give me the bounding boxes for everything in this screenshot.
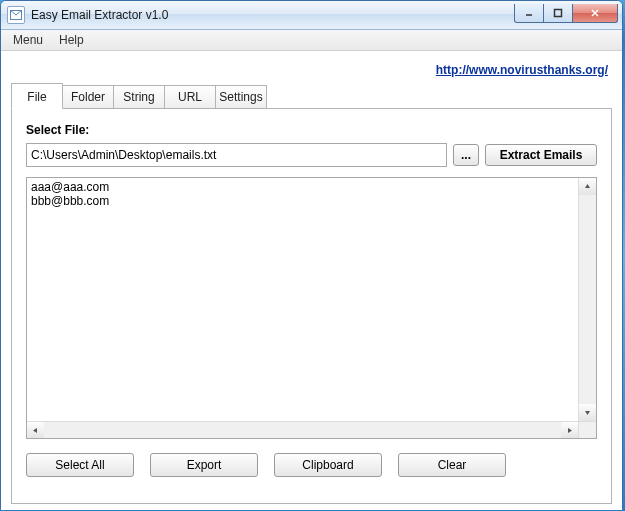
maximize-button[interactable]	[544, 4, 573, 23]
svg-rect-2	[555, 9, 562, 16]
tab-string[interactable]: String	[113, 85, 165, 108]
window-title: Easy Email Extractor v1.0	[31, 8, 168, 22]
menubar: Menu Help	[1, 30, 622, 51]
browse-button[interactable]: ...	[453, 144, 479, 166]
vscroll-track[interactable]	[579, 195, 596, 404]
scroll-up-icon[interactable]	[579, 178, 596, 195]
tab-settings[interactable]: Settings	[215, 85, 267, 108]
clear-button[interactable]: Clear	[398, 453, 506, 477]
scroll-right-icon[interactable]	[561, 422, 578, 439]
titlebar: Easy Email Extractor v1.0	[1, 1, 622, 30]
extract-emails-button[interactable]: Extract Emails	[485, 144, 597, 166]
client-area: http://www.novirusthanks.org/ File Folde…	[1, 51, 622, 510]
export-button[interactable]: Export	[150, 453, 258, 477]
hscroll-track[interactable]	[44, 422, 561, 438]
scroll-left-icon[interactable]	[27, 422, 44, 439]
file-row: ... Extract Emails	[26, 143, 597, 167]
tab-folder[interactable]: Folder	[62, 85, 114, 108]
clipboard-button[interactable]: Clipboard	[274, 453, 382, 477]
close-button[interactable]	[573, 4, 618, 23]
scroll-down-icon[interactable]	[579, 404, 596, 421]
tab-url[interactable]: URL	[164, 85, 216, 108]
scroll-corner	[578, 421, 596, 439]
tab-file[interactable]: File	[11, 83, 63, 109]
vertical-scrollbar[interactable]	[578, 178, 596, 421]
menu-menu[interactable]: Menu	[5, 31, 51, 49]
app-icon	[7, 6, 25, 24]
select-all-button[interactable]: Select All	[26, 453, 134, 477]
minimize-button[interactable]	[514, 4, 544, 23]
vendor-link-row: http://www.novirusthanks.org/	[11, 59, 612, 79]
results-text[interactable]: aaa@aaa.com bbb@bbb.com	[27, 178, 578, 421]
file-path-input[interactable]	[26, 143, 447, 167]
vendor-link[interactable]: http://www.novirusthanks.org/	[436, 63, 608, 77]
tabstrip: File Folder String URL Settings	[11, 83, 612, 108]
horizontal-scrollbar[interactable]	[27, 421, 578, 438]
results-box: aaa@aaa.com bbb@bbb.com	[26, 177, 597, 439]
select-file-label: Select File:	[26, 123, 597, 137]
tab-panel-file: Select File: ... Extract Emails aaa@aaa.…	[11, 108, 612, 504]
bottom-button-row: Select All Export Clipboard Clear	[26, 453, 597, 477]
menu-help[interactable]: Help	[51, 31, 92, 49]
app-window: Easy Email Extractor v1.0 Menu Help http…	[0, 0, 623, 509]
window-controls	[514, 4, 618, 23]
